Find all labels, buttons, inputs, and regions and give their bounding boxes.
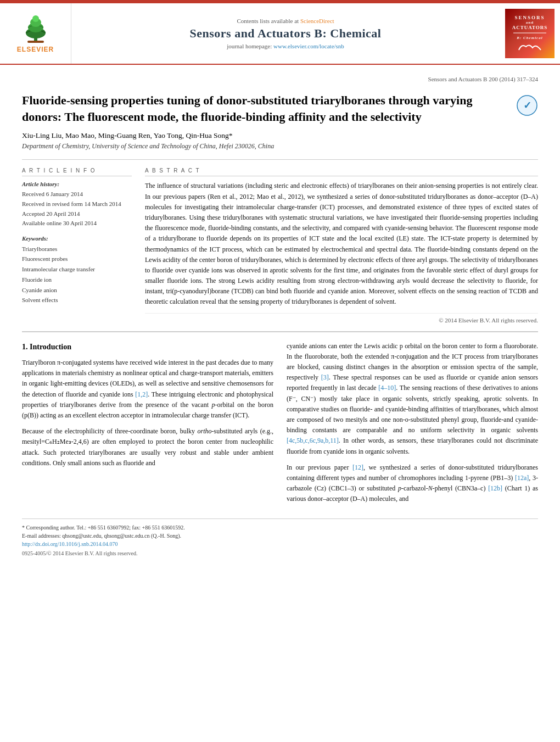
- sciencedirect-link[interactable]: ScienceDirect: [300, 18, 334, 24]
- ref-1-2: [1,2]: [135, 390, 148, 398]
- article-info-panel: A R T I C L E I N F O Article history: R…: [22, 168, 132, 323]
- sciencedirect-line: Contents lists available at ScienceDirec…: [237, 18, 334, 24]
- keyword-1: Triarylboranes: [22, 244, 132, 254]
- svg-text:✓: ✓: [523, 100, 531, 111]
- abstract-label: A B S T R A C T: [145, 168, 538, 176]
- elsevier-logo: ELSEVIER: [14, 14, 58, 53]
- affiliation: Department of Chemistry, University of S…: [22, 142, 538, 150]
- keyword-2: Fluorescent probes: [22, 254, 132, 264]
- history-label: Article history:: [22, 181, 132, 187]
- intro-heading: 1. Introduction: [22, 341, 273, 353]
- citation-bar: Sensors and Actuators B 200 (2014) 317–3…: [22, 76, 538, 82]
- copyright-line: © 2014 Elsevier B.V. All rights reserved…: [145, 313, 538, 323]
- body-col-left: 1. Introduction Triarylboron π-conjugate…: [22, 341, 273, 510]
- authors: Xiu-Ling Liu, Mao Mao, Ming-Guang Ren, Y…: [22, 131, 538, 140]
- elsevier-brand-text: ELSEVIER: [17, 46, 54, 53]
- main-body: 1. Introduction Triarylboron π-conjugate…: [22, 331, 538, 558]
- article-info-label: A R T I C L E I N F O: [22, 168, 132, 176]
- svg-point-4: [32, 15, 39, 22]
- footnote-star: * Corresponding author. Tel.: +86 551 63…: [22, 523, 538, 532]
- footnote-area: * Corresponding author. Tel.: +86 551 63…: [22, 518, 538, 557]
- keyword-4: Fluoride ion: [22, 275, 132, 285]
- ref-12a: [12a]: [515, 474, 529, 482]
- elsevier-logo-area: ELSEVIER: [0, 3, 71, 64]
- revised-date: Received in revised form 14 March 2014: [22, 199, 132, 209]
- abstract-panel: A B S T R A C T The influence of structu…: [145, 168, 538, 323]
- body-right-para-1: cyanide anions can enter the Lewis acidi…: [287, 341, 538, 457]
- keywords-section: Keywords: Triarylboranes Fluorescent pro…: [22, 235, 132, 305]
- ref-12b: [12b]: [488, 484, 502, 492]
- online-date: Available online 30 April 2014: [22, 219, 132, 228]
- doi-line: http://dx.doi.org/10.1016/j.snb.2014.04.…: [22, 540, 538, 548]
- ref-4-10: [4–10]: [378, 384, 396, 392]
- title-section: Fluoride-sensing properties tuning of do…: [22, 92, 538, 125]
- crossmark-logo: ✓: [516, 94, 538, 116]
- journal-homepage: journal homepage: www.elsevier.com/locat…: [227, 43, 344, 49]
- svg-rect-5: [27, 41, 44, 43]
- received-date: Received 6 January 2014: [22, 189, 132, 199]
- ref-4c-11: [4c,5b,c,6c,9a,b,11]: [287, 437, 339, 444]
- article-title: Fluoride-sensing properties tuning of do…: [22, 92, 507, 125]
- ref-12: [12]: [352, 464, 363, 471]
- journal-title: Sensors and Actuators B: Chemical: [190, 26, 382, 41]
- abstract-text: The influence of structural variations (…: [145, 181, 538, 307]
- accepted-date: Accepted 20 April 2014: [22, 209, 132, 219]
- body-columns: 1. Introduction Triarylboron π-conjugate…: [22, 341, 538, 510]
- footnote-email: E-mail addresses: qhsong@ustc.edu, qhson…: [22, 532, 538, 540]
- body-col-right: cyanide anions can enter the Lewis acidi…: [287, 341, 538, 510]
- journal-header: ELSEVIER Contents lists available at Sci…: [0, 3, 560, 65]
- sensors-logo-area: SENSORS and ACTUATORS B: Chemical: [500, 3, 560, 64]
- keyword-6: Solvent effects: [22, 295, 132, 305]
- keyword-3: Intramolecular charge transfer: [22, 264, 132, 275]
- intro-para-2: Because of the electrophilicity of three…: [22, 426, 273, 468]
- sensors-actuators-logo: SENSORS and ACTUATORS B: Chemical: [505, 9, 555, 58]
- header-center: Contents lists available at ScienceDirec…: [71, 3, 500, 64]
- keyword-5: Cyanide anion: [22, 285, 132, 295]
- article-container: Sensors and Actuators B 200 (2014) 317–3…: [0, 65, 560, 568]
- keywords-list: Triarylboranes Fluorescent probes Intram…: [22, 244, 132, 305]
- keywords-label: Keywords:: [22, 235, 132, 242]
- issn-line: 0925-4005/© 2014 Elsevier B.V. All right…: [22, 549, 538, 557]
- ref-3: [3]: [321, 373, 329, 381]
- intro-para-1: Triarylboron π-conjugated systems have r…: [22, 358, 273, 421]
- article-info-abstract: A R T I C L E I N F O Article history: R…: [22, 159, 538, 323]
- homepage-link[interactable]: www.elsevier.com/locate/snb: [273, 43, 344, 49]
- body-right-para-2: In our previous paper [12], we synthesiz…: [287, 462, 538, 505]
- article-history: Article history: Received 6 January 2014…: [22, 181, 132, 228]
